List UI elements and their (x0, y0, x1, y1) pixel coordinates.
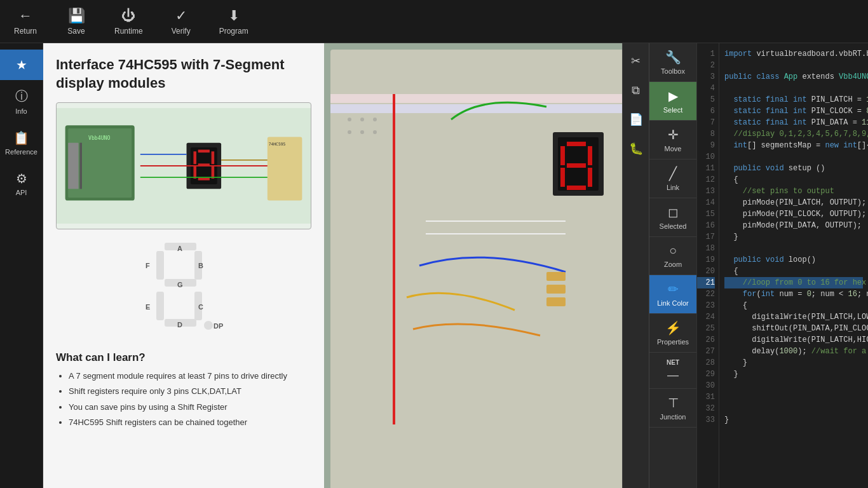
line-num: 3 (697, 71, 715, 83)
svg-rect-43 (567, 142, 586, 146)
line-num: 4 (697, 83, 715, 94)
svg-point-30 (348, 130, 351, 134)
runtime-button[interactable]: ⏻ Runtime (108, 4, 149, 39)
select-label: Select (663, 106, 683, 114)
line-num: 6 (697, 105, 715, 117)
copy-icon: ⧉ (632, 84, 640, 97)
debug-icon: 🐛 (629, 142, 643, 156)
link-label: Link (667, 184, 679, 191)
breadboard-canvas[interactable]: Vbb4UNO www.virtualbreadboard.c RT (324, 43, 622, 488)
tutorial-panel: Interface 74HC595 with 7-Segment display… (43, 43, 324, 488)
line-num: 16 (697, 220, 715, 231)
save-button[interactable]: 💾 Save (57, 4, 95, 39)
properties-tool[interactable]: ⚡ Properties (649, 314, 697, 353)
net-label-icon: NET (667, 359, 679, 366)
line-num: 22 (697, 288, 715, 300)
move-label: Move (665, 145, 682, 152)
program-button[interactable]: ⬇ Program (213, 4, 255, 39)
save-label: Save (67, 27, 85, 36)
cut-button[interactable]: ✂ (625, 50, 648, 72)
line-num: 32 (697, 403, 715, 414)
paste-icon: 📄 (629, 112, 643, 126)
toolbox-panel: 🔧 Toolbox ▶ Select ✛ Move ╱ Link ◻ Selec… (649, 43, 696, 488)
sidebar-item-home[interactable]: ★ (0, 50, 43, 80)
svg-rect-48 (560, 146, 565, 165)
svg-point-32 (373, 130, 377, 134)
sidebar-item-api[interactable]: ⚙ API (0, 163, 43, 204)
net-tool[interactable]: NET — (649, 353, 697, 389)
line-num: 12 (697, 174, 715, 186)
line-num: 1 (697, 48, 715, 60)
line-numbers: 1 2 3 4 5 6 7 8 9 10 11 12 13 14 15 16 1… (697, 43, 719, 488)
line-num: 11 (697, 163, 715, 174)
svg-rect-8 (198, 150, 210, 153)
segment-dp (204, 321, 213, 330)
svg-rect-13 (193, 151, 196, 164)
line-num: 29 (697, 369, 715, 380)
verify-button[interactable]: ✓ Verify (162, 4, 200, 39)
zoom-tool[interactable]: ○ Zoom (649, 237, 697, 275)
svg-rect-44 (588, 146, 592, 165)
svg-rect-46 (567, 186, 586, 190)
canvas-area[interactable]: Vbb4UNO www.virtualbreadboard.c RT (324, 43, 622, 488)
line-num: 10 (697, 151, 715, 163)
sidebar-item-reference[interactable]: 📋 Reference (0, 123, 43, 163)
debug-button[interactable]: 🐛 (625, 137, 648, 160)
line-num: 19 (697, 254, 715, 266)
svg-rect-45 (588, 168, 592, 187)
tutorial-title: Interface 74HC595 with 7-Segment display… (56, 56, 311, 92)
main-area: ★ ⓘ Info 📋 Reference ⚙ API Interface 74H… (0, 43, 868, 488)
line-num: 26 (697, 334, 715, 346)
svg-rect-9 (212, 151, 215, 164)
program-icon: ⬇ (228, 8, 240, 24)
toolbox-label: Toolbox (661, 67, 685, 75)
circuit-diagram: Vbb4UNO 74HC59 (56, 102, 311, 229)
line-num: 27 (697, 346, 715, 357)
line-num: 2 (697, 60, 715, 71)
toolbox-tool[interactable]: 🔧 Toolbox (649, 43, 697, 82)
line-num: 15 (697, 208, 715, 220)
move-tool[interactable]: ✛ Move (649, 121, 697, 159)
home-star-icon: ★ (16, 57, 27, 72)
sidebar-item-label: API (16, 189, 27, 196)
copy-button[interactable]: ⧉ (625, 79, 648, 102)
info-icon: ⓘ (15, 88, 28, 105)
svg-rect-23 (330, 94, 622, 103)
properties-label: Properties (657, 338, 689, 346)
link-tool[interactable]: ╱ Link (649, 159, 697, 198)
right-icons-panel: ✂ ⧉ 📄 🐛 (622, 43, 649, 488)
svg-rect-51 (546, 285, 566, 294)
select-tool[interactable]: ▶ Select (649, 82, 697, 121)
svg-rect-4 (68, 143, 78, 189)
segment-e (156, 292, 164, 320)
verify-label: Verify (172, 27, 191, 36)
svg-point-29 (373, 118, 377, 121)
junction-tool[interactable]: ⊤ Junction (649, 389, 697, 428)
svg-rect-24 (330, 104, 622, 113)
svg-text:74HC595: 74HC595 (269, 142, 286, 146)
line-num: 5 (697, 94, 715, 105)
selected-tool[interactable]: ◻ Selected (649, 198, 697, 237)
label-g: G (177, 281, 183, 288)
label-b: B (198, 262, 203, 269)
svg-rect-52 (546, 297, 566, 306)
side-navigation: ★ ⓘ Info 📋 Reference ⚙ API (0, 43, 43, 488)
link-color-tool[interactable]: ✏ Link Color (649, 275, 697, 314)
sidebar-item-info[interactable]: ⓘ Info (0, 80, 43, 123)
label-e: E (146, 303, 150, 311)
line-num: 21 (697, 277, 715, 288)
program-label: Program (219, 27, 248, 36)
net-line-icon: — (667, 369, 679, 382)
code-text[interactable]: import virtualbreadboard.vbbRT.board pub… (719, 43, 868, 488)
link-color-icon: ✏ (668, 281, 679, 297)
zoom-icon: ○ (669, 243, 677, 258)
svg-rect-10 (212, 166, 215, 179)
properties-icon: ⚡ (665, 320, 681, 336)
svg-rect-49 (567, 163, 586, 168)
toolbox-icon: 🔧 (665, 50, 681, 65)
return-button[interactable]: ← Return (6, 4, 44, 39)
svg-point-27 (348, 118, 351, 121)
verify-icon: ✓ (175, 8, 187, 24)
paste-button[interactable]: 📄 (625, 108, 648, 131)
line-num: 13 (697, 186, 715, 197)
